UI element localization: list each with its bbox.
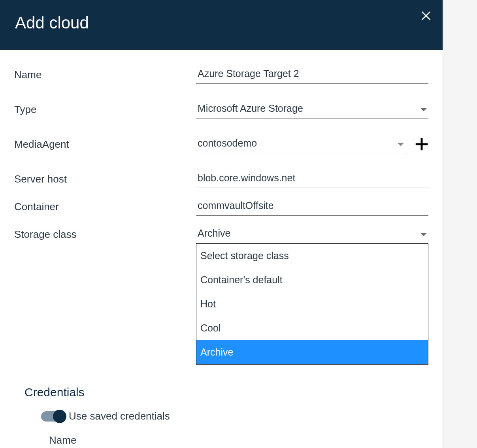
type-select-value: Microsoft Azure Storage xyxy=(198,103,303,114)
name-row: Name xyxy=(14,66,428,84)
chevron-down-icon xyxy=(420,233,427,236)
use-saved-credentials-row: Use saved credentials xyxy=(41,410,428,422)
mediaagent-select[interactable]: contosodemo xyxy=(196,135,407,153)
name-label: Name xyxy=(14,69,196,81)
add-mediaagent-button[interactable] xyxy=(415,137,428,151)
name-input[interactable] xyxy=(196,66,428,84)
chevron-down-icon xyxy=(420,108,427,111)
server-host-label: Server host xyxy=(14,173,196,185)
storage-class-label: Storage class xyxy=(14,228,196,241)
credentials-section-title: Credentials xyxy=(25,386,428,399)
type-label: Type xyxy=(14,104,196,116)
storage-class-option[interactable]: Container's default xyxy=(196,268,428,292)
use-saved-credentials-label: Use saved credentials xyxy=(69,410,170,422)
dialog-header: Add cloud xyxy=(0,0,443,50)
storage-class-row: Storage class Archive Select storage cla… xyxy=(14,225,428,243)
credential-name-label: Name xyxy=(49,434,196,446)
storage-class-option[interactable]: Hot xyxy=(196,292,428,316)
type-select[interactable]: Microsoft Azure Storage xyxy=(196,100,428,119)
type-row: Type Microsoft Azure Storage xyxy=(14,100,428,119)
storage-class-select[interactable]: Archive xyxy=(196,225,428,243)
chevron-down-icon xyxy=(398,143,404,146)
add-cloud-dialog: Add cloud Name Type Microsoft Azure Stor… xyxy=(0,0,443,448)
mediaagent-row: MediaAgent contosodemo xyxy=(14,135,428,153)
storage-class-select-value: Archive xyxy=(198,228,230,239)
storage-class-dropdown: Select storage classContainer's defaultH… xyxy=(196,243,428,365)
toggle-knob xyxy=(53,410,66,423)
storage-class-option[interactable]: Cool xyxy=(196,316,428,340)
dialog-body: Name Type Microsoft Azure Storage MediaA… xyxy=(0,50,443,448)
container-input[interactable] xyxy=(196,198,428,216)
container-row: Container xyxy=(14,198,428,216)
container-label: Container xyxy=(14,201,196,213)
server-host-row: Server host xyxy=(14,170,428,188)
mediaagent-label: MediaAgent xyxy=(14,138,196,151)
credential-name-row: Name xyxy=(49,434,428,446)
close-icon[interactable] xyxy=(420,10,432,21)
server-host-input[interactable] xyxy=(196,170,428,188)
storage-class-option[interactable]: Select storage class xyxy=(196,244,428,268)
storage-class-option[interactable]: Archive xyxy=(196,340,428,364)
mediaagent-select-value: contosodemo xyxy=(198,137,257,149)
use-saved-credentials-toggle[interactable] xyxy=(41,411,66,422)
dialog-title: Add cloud xyxy=(15,13,428,32)
